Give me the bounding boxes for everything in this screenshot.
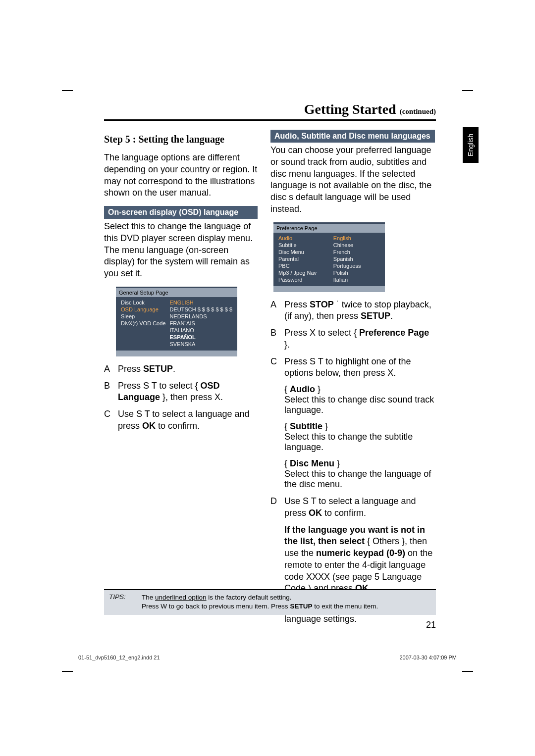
osd-right-item: ESPAÑOL	[167, 334, 234, 341]
osd-left-item	[119, 341, 167, 348]
step-letter: B	[104, 380, 113, 404]
osd-pref-title: Preference Page	[273, 224, 385, 233]
step-letter: B	[270, 327, 279, 351]
option-desc: Select this to change the subtitle langu…	[284, 432, 435, 453]
step-letter: A	[270, 299, 279, 323]
step-letter: C	[270, 356, 279, 380]
option-title: { Disc Menu }	[284, 458, 435, 469]
option-block: { Subtitle }Select this to change the su…	[284, 421, 435, 453]
osd-left-item: DivX(r) VOD Code	[119, 320, 167, 327]
step-item: BPress S T to select { OSD Language }, t…	[104, 380, 258, 404]
step-item: CUse S T to select a language and press …	[104, 408, 258, 432]
tips-text: The underlined option is the factory def…	[142, 593, 431, 611]
left-column: Step 5 : Setting the language The langua…	[104, 130, 258, 630]
footer-right: 2007-03-30 4:07:09 PM	[399, 655, 457, 660]
osd-left-item: Mp3 / Jpeg Nav	[276, 269, 331, 276]
crop-mark	[462, 671, 473, 672]
osd-right-item: DEUTSCH $ $ $ $ $ $ $ $	[167, 306, 234, 313]
osd-menu-title: General Setup Page	[116, 288, 237, 297]
step-text: Press SETUP.	[118, 363, 258, 375]
osd-intro: Select this to change the language of th…	[104, 221, 258, 280]
title-rule	[104, 119, 436, 121]
option-title: { Audio }	[284, 384, 435, 395]
osd-left-item	[119, 327, 167, 334]
subhead-osd: On-screen display (OSD) language	[104, 206, 258, 219]
osd-right-item: French	[331, 249, 382, 255]
osd-menu-general-setup: General Setup Page Disc LockENGLISHOSD L…	[116, 287, 237, 356]
option-title: { Subtitle }	[284, 421, 435, 432]
right-column: Audio, Subtitle and Disc menu languages …	[270, 130, 435, 630]
crop-mark	[462, 90, 473, 91]
osd-right-item: ITALIANO	[167, 327, 234, 334]
step-letter: D	[270, 496, 279, 519]
step-heading: Step 5 : Setting the language	[104, 134, 258, 145]
osd-right-item: English	[331, 235, 382, 242]
option-desc: Select this to change disc sound track l…	[284, 395, 435, 415]
option-block: { Disc Menu }Select this to change the l…	[284, 458, 435, 490]
osd-right-item: Spanish	[331, 255, 382, 262]
step-item: CPress S T to highlight one of the optio…	[270, 356, 435, 380]
intro-text: The language options are different depen…	[104, 152, 258, 199]
page-number: 21	[426, 620, 436, 630]
right-steps-bottom: DUse S T to select a language and press …	[270, 496, 435, 519]
step-letter: C	[104, 408, 113, 432]
step-text: Press X to select { Preference Page }.	[284, 327, 435, 351]
step-text: Press STOP ˙ twice to stop playback, (if…	[284, 299, 435, 323]
osd-menu-preference: Preference Page AudioEnglishSubtitleChin…	[273, 222, 385, 292]
step-letter: A	[104, 363, 113, 375]
osd-left-item: Disc Lock	[119, 299, 167, 306]
step-item: APress STOP ˙ twice to stop playback, (i…	[270, 299, 435, 323]
title-main: Getting Started	[304, 101, 396, 117]
osd-left-item: PBC	[276, 262, 331, 269]
step-text: Use S T to select a language and press O…	[284, 496, 435, 519]
tips-box: TIPS: The underlined option is the facto…	[104, 589, 436, 615]
step-text: Press S T to select { OSD Language }, th…	[118, 380, 258, 404]
osd-right-item: Chinese	[331, 242, 382, 249]
left-steps: APress SETUP.BPress S T to select { OSD …	[104, 363, 258, 432]
language-tab-text: English	[467, 134, 475, 156]
osd-left-item: Audio	[276, 235, 331, 242]
footer-left: 01-51_dvp5160_12_eng2.indd 21	[78, 655, 160, 660]
osd-right-item: Italian	[331, 276, 382, 283]
osd-left-item: Disc Menu	[276, 249, 331, 255]
right-intro: You can choose your preferred language o…	[270, 145, 435, 215]
step-item: APress SETUP.	[104, 363, 258, 375]
tips-label: TIPS:	[109, 593, 133, 611]
subhead-audio-subtitle: Audio, Subtitle and Disc menu languages	[270, 130, 435, 143]
language-tab: English	[463, 127, 479, 163]
osd-right-item: Polish	[331, 269, 382, 276]
osd-right-item: Portuguess	[331, 262, 382, 269]
crop-mark	[62, 671, 73, 672]
osd-right-item: SVENSKA	[167, 341, 234, 348]
option-block: { Audio }Select this to change disc soun…	[284, 384, 435, 415]
step-item: DUse S T to select a language and press …	[270, 496, 435, 519]
osd-left-item: OSD Language	[119, 306, 167, 313]
crop-mark	[62, 90, 73, 91]
step-text: Use S T to select a language and press O…	[118, 408, 258, 432]
osd-left-item: Subtitle	[276, 242, 331, 249]
option-desc: Select this to change the language of th…	[284, 469, 435, 490]
step-text: Press S T to highlight one of the option…	[284, 356, 435, 380]
step-item: BPress X to select { Preference Page }.	[270, 327, 435, 351]
osd-right-item: FRAN¨AIS	[167, 320, 234, 327]
osd-left-item: Parental	[276, 255, 331, 262]
osd-left-item: Password	[276, 276, 331, 283]
osd-right-item: NEDERLANDS	[167, 313, 234, 320]
osd-left-item: Sleep	[119, 313, 167, 320]
others-note: If the language you want is not in the l…	[284, 524, 435, 595]
right-steps-top: APress STOP ˙ twice to stop playback, (i…	[270, 299, 435, 380]
options-list: { Audio }Select this to change disc soun…	[270, 384, 435, 490]
title-continued: (continued)	[400, 107, 436, 115]
page-content: Getting Started (continued) English Step…	[104, 101, 436, 630]
osd-right-item: ENGLISH	[167, 299, 234, 306]
osd-left-item	[119, 334, 167, 341]
page-title: Getting Started (continued)	[104, 101, 436, 117]
